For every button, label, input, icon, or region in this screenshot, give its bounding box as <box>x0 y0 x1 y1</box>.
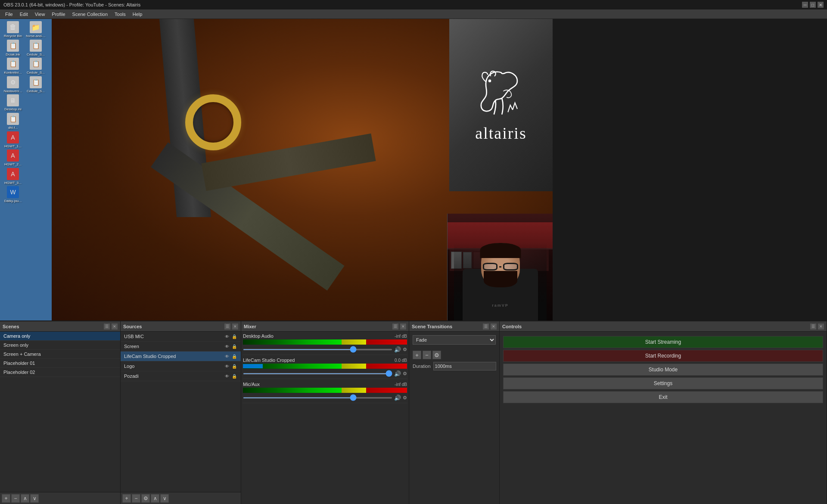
controls-config-btn[interactable]: ☰ <box>810 324 816 330</box>
source-lifecam-eye[interactable]: 👁 <box>224 353 230 359</box>
scene-add-btn[interactable]: + <box>2 494 10 503</box>
menu-file[interactable]: File <box>2 11 16 18</box>
sources-config-btn[interactable]: ☰ <box>224 324 230 330</box>
mixer-config-btn[interactable]: ☰ <box>392 324 398 330</box>
source-pozadi-eye[interactable]: 👁 <box>224 373 230 379</box>
scene-item-placeholder-02[interactable]: Placeholder 02 <box>0 368 120 377</box>
scene-item-placeholder-01[interactable]: Placeholder 01 <box>0 359 120 368</box>
source-usb-mic-eye[interactable]: 👁 <box>224 333 230 339</box>
transitions-add-row: + − ⚙ <box>413 351 496 359</box>
mic-aux-red <box>366 388 407 393</box>
mixer-channel-mic-aux: Mic/Aux -inf dB 🔊 <box>243 382 407 403</box>
scene-item-screen-only[interactable]: Screen only <box>0 341 120 350</box>
mixer-title: Mixer <box>244 324 256 329</box>
start-streaming-button[interactable]: Start Streaming <box>503 336 823 348</box>
source-lifecam-lock[interactable]: 🔒 <box>231 353 237 359</box>
desktop-icon-6: 📋 Cedule_S... <box>25 76 47 93</box>
mixer-lifecam-name: LifeCam Studio Cropped <box>243 358 295 363</box>
mixer-panel: Mixer ☰ ✕ Desktop Audio -inf dB <box>241 321 409 504</box>
lifecam-mute-btn[interactable]: 🔊 <box>394 370 401 377</box>
transitions-type-select[interactable]: Fade Cut Swipe Slide <box>413 335 496 345</box>
menu-edit[interactable]: Edit <box>16 11 31 18</box>
source-screen-eye[interactable]: 👁 <box>224 343 230 349</box>
settings-button[interactable]: Settings <box>503 377 823 389</box>
source-usb-mic[interactable]: USB MIC 👁 🔒 <box>121 332 241 342</box>
transitions-settings-btn[interactable]: ⚙ <box>432 351 441 359</box>
controls-panel: Controls ☰ ✕ Start Streaming Start Recor… <box>500 321 827 504</box>
scene-item-camera-only[interactable]: Camera only <box>0 332 120 341</box>
source-lifecam[interactable]: LifeCam Studio Cropped 👁 🔒 <box>121 352 241 361</box>
desktop-icon-5: ⚙ Nastavení... <box>2 76 24 93</box>
transitions-remove-btn[interactable]: − <box>423 351 431 359</box>
mixer-channel-mic-aux-header: Mic/Aux -inf dB <box>243 382 407 387</box>
transitions-config-btn[interactable]: ☰ <box>483 324 489 330</box>
menu-scene-collection[interactable]: Scene Collection <box>69 11 112 18</box>
source-pozadi-lock[interactable]: 🔒 <box>231 373 237 379</box>
maximize-button[interactable]: □ <box>810 2 816 8</box>
transitions-duration-input[interactable] <box>433 362 496 370</box>
source-logo-eye[interactable]: 👁 <box>224 363 230 369</box>
svg-point-0 <box>488 80 491 83</box>
mixer-channel-desktop-audio: Desktop Audio -inf dB <box>243 333 407 355</box>
source-up-btn[interactable]: ∧ <box>151 494 159 503</box>
window-title: OBS 23.0.1 (64-bit, windows) - Profile: … <box>3 2 140 7</box>
lifecam-scale <box>243 364 407 369</box>
menu-profile[interactable]: Profile <box>48 11 68 18</box>
recycle-bin-icon: 🗑 <box>7 21 19 33</box>
scene-remove-btn[interactable]: − <box>11 494 20 503</box>
scenes-close-btn[interactable]: ✕ <box>112 324 118 330</box>
logo-text: altairis <box>475 124 526 143</box>
menu-view[interactable]: View <box>31 11 49 18</box>
lifecam-slider[interactable] <box>243 373 392 374</box>
mixer-close-btn[interactable]: ✕ <box>400 324 406 330</box>
mixer-channel-lifecam-header: LifeCam Studio Cropped 0.0 dB <box>243 358 407 363</box>
source-logo[interactable]: Logo 👁 🔒 <box>121 361 241 371</box>
scenes-config-btn[interactable]: ☰ <box>104 324 110 330</box>
menu-help[interactable]: Help <box>129 11 146 18</box>
lifecam-active-bar <box>243 364 263 368</box>
mic-aux-green <box>243 388 342 393</box>
mic-aux-slider[interactable] <box>243 397 392 398</box>
scenes-title: Scenes <box>3 324 19 329</box>
source-pozadi[interactable]: Pozadi 👁 🔒 <box>121 371 241 381</box>
mixer-desktop-audio-meter <box>243 339 407 345</box>
scene-item-screen-camera[interactable]: Screen + Camera <box>0 350 120 359</box>
source-add-btn[interactable]: + <box>122 494 131 503</box>
scene-up-btn[interactable]: ∧ <box>21 494 29 503</box>
transitions-add-btn[interactable]: + <box>413 351 421 359</box>
scene-down-btn[interactable]: ∨ <box>30 494 39 503</box>
sources-title: Sources <box>123 324 142 329</box>
desktop-audio-slider[interactable] <box>243 349 392 350</box>
source-pozadi-label: Pozadi <box>124 373 139 379</box>
exit-button[interactable]: Exit <box>503 391 823 403</box>
source-screen[interactable]: Screen 👁 🔒 <box>121 342 241 352</box>
lifecam-settings-btn[interactable]: ⚙ <box>403 371 407 376</box>
desktop-icons: 🗑 Recycle Bin 📁 horse-and-... 📋 Drzak.ln… <box>0 19 52 205</box>
gold-ring <box>185 94 241 150</box>
source-usb-mic-lock[interactable]: 🔒 <box>231 333 237 339</box>
transitions-close-btn[interactable]: ✕ <box>491 324 497 330</box>
source-settings-btn[interactable]: ⚙ <box>141 494 150 503</box>
menu-tools[interactable]: Tools <box>111 11 129 18</box>
controls-close-btn[interactable]: ✕ <box>818 324 824 330</box>
source-screen-lock[interactable]: 🔒 <box>231 343 237 349</box>
source-remove-btn[interactable]: − <box>132 494 140 503</box>
sources-close-btn[interactable]: ✕ <box>232 324 238 330</box>
transitions-panel-header: Scene Transitions ☰ ✕ <box>409 321 499 332</box>
preview-canvas: altairis <box>52 19 553 320</box>
mic-aux-settings-btn[interactable]: ⚙ <box>403 395 407 401</box>
desktop-audio-mute-btn[interactable]: 🔊 <box>394 346 401 353</box>
mic-aux-mute-btn[interactable]: 🔊 <box>394 395 401 401</box>
minimize-button[interactable]: ─ <box>802 2 808 8</box>
sources-list: USB MIC 👁 🔒 Screen 👁 🔒 LifeCam Studio Cr… <box>121 332 241 492</box>
source-logo-lock[interactable]: 🔒 <box>231 363 237 369</box>
mixer-mic-aux-db: -inf dB <box>395 382 407 387</box>
desktop-icon-dhl: 📋 dhl-f... <box>2 113 24 130</box>
desktop-audio-settings-btn[interactable]: ⚙ <box>403 347 407 352</box>
start-recording-button[interactable]: Start Recording <box>503 350 823 362</box>
close-button[interactable]: ✕ <box>818 2 824 8</box>
source-down-btn[interactable]: ∨ <box>160 494 169 503</box>
studio-mode-button[interactable]: Studio Mode <box>503 364 823 376</box>
desktop-icon-pdf3: A HGWT_3... <box>2 168 24 185</box>
controls-header-icons: ☰ ✕ <box>810 324 824 330</box>
